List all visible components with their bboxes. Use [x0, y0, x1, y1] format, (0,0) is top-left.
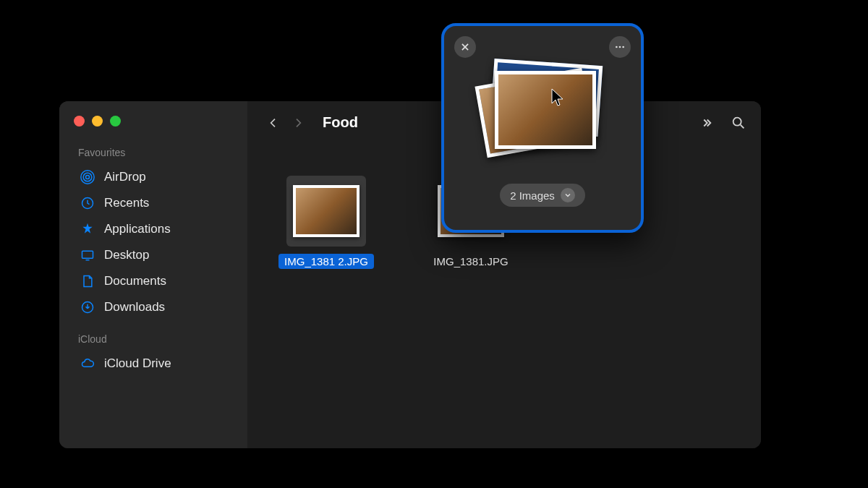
- overflow-button[interactable]: [699, 116, 715, 129]
- file-name: IMG_1381 2.JPG: [278, 254, 374, 269]
- sidebar-item-label: Applications: [104, 222, 171, 236]
- back-button[interactable]: [268, 116, 279, 130]
- svg-point-7: [616, 46, 618, 48]
- chevron-down-icon: [561, 188, 575, 202]
- minimize-window-button[interactable]: [92, 116, 103, 127]
- sidebar-item-label: Documents: [104, 274, 166, 288]
- sidebar-item-label: AirDrop: [104, 170, 146, 184]
- close-window-button[interactable]: [74, 116, 85, 127]
- file-thumbnail: [286, 176, 366, 247]
- close-icon: [460, 42, 470, 52]
- sidebar-item-label: Desktop: [104, 248, 149, 262]
- file-name: IMG_1381.JPG: [427, 254, 514, 269]
- apps-icon: [80, 221, 95, 237]
- sidebar-item-label: Recents: [104, 196, 149, 210]
- image-count-label: 2 Images: [510, 189, 555, 202]
- sidebar-item-recents[interactable]: Recents: [75, 190, 237, 216]
- close-button[interactable]: [454, 36, 476, 58]
- sidebar-item-icloud-drive[interactable]: iCloud Drive: [75, 351, 237, 377]
- sidebar-item-downloads[interactable]: Downloads: [75, 294, 237, 320]
- window-controls: [74, 116, 237, 127]
- sidebar-item-airdrop[interactable]: AirDrop: [75, 164, 237, 190]
- cloud-icon: [80, 356, 95, 372]
- document-icon: [80, 273, 95, 289]
- folder-title: Food: [323, 114, 358, 131]
- image-stack[interactable]: [482, 62, 603, 171]
- zoom-window-button[interactable]: [110, 116, 121, 127]
- cursor-icon: [551, 88, 564, 107]
- svg-rect-4: [82, 251, 93, 258]
- sidebar-item-label: Downloads: [104, 300, 165, 314]
- svg-point-6: [733, 117, 741, 125]
- sidebar: Favourites AirDrop Recents Applications …: [59, 101, 247, 448]
- sidebar-item-applications[interactable]: Applications: [75, 216, 237, 242]
- more-button[interactable]: [609, 36, 631, 58]
- download-icon: [80, 299, 95, 315]
- svg-point-1: [83, 173, 92, 181]
- sidebar-item-documents[interactable]: Documents: [75, 268, 237, 294]
- image-count-pill[interactable]: 2 Images: [500, 184, 585, 207]
- svg-point-8: [619, 46, 621, 48]
- svg-point-0: [86, 176, 90, 179]
- sidebar-item-label: iCloud Drive: [104, 356, 171, 371]
- sidebar-section-icloud: iCloud: [78, 333, 237, 345]
- sidebar-item-desktop[interactable]: Desktop: [75, 242, 237, 268]
- clock-icon: [80, 195, 95, 211]
- airdrop-icon: [80, 169, 95, 185]
- drag-preview-popover: 2 Images: [441, 23, 644, 233]
- svg-point-9: [622, 46, 624, 48]
- forward-button[interactable]: [292, 116, 304, 130]
- sidebar-section-favourites: Favourites: [78, 147, 237, 158]
- more-icon: [614, 41, 626, 53]
- file-item[interactable]: IMG_1381 2.JPG: [272, 176, 380, 269]
- finder-window: Favourites AirDrop Recents Applications …: [59, 101, 761, 448]
- search-button[interactable]: [731, 115, 746, 131]
- desktop-icon: [80, 247, 95, 263]
